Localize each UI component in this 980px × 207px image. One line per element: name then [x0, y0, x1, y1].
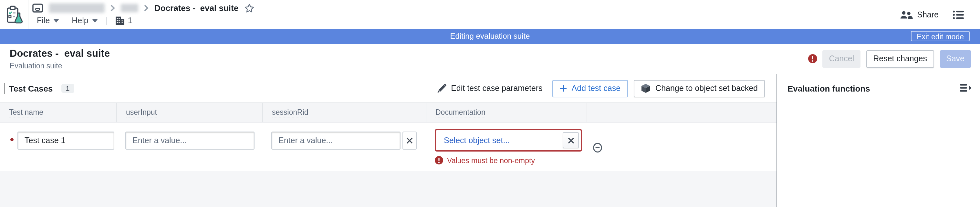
- section-title-group: Test Cases 1: [9, 74, 74, 103]
- chevron-right-icon: [144, 5, 149, 12]
- topbar-right-actions: Share: [900, 0, 964, 29]
- change-to-object-set-backed-label: Change to object set backed: [655, 84, 758, 93]
- edit-mode-banner: Editing evaluation suite Exit edit mode: [0, 29, 980, 44]
- clear-object-set-button[interactable]: [563, 132, 579, 148]
- page-header: Docrates - eval suite Evaluation suite C…: [0, 44, 980, 75]
- menu-bar: File Help: [37, 14, 132, 28]
- breadcrumb-current-title[interactable]: Docrates - eval suite: [154, 3, 239, 13]
- add-test-case-label: Add test case: [572, 84, 621, 93]
- edit-test-case-parameters-label: Edit test case parameters: [451, 84, 542, 93]
- error-icon: [808, 54, 817, 63]
- validation-error: Values must be non-empty: [435, 156, 535, 164]
- chevron-right-icon: [110, 5, 115, 12]
- properties-list-icon[interactable]: [953, 10, 964, 19]
- panel-collapse-button[interactable]: [960, 84, 972, 94]
- building-icon: [115, 16, 125, 25]
- edit-test-case-parameters-button[interactable]: Edit test case parameters: [433, 80, 546, 97]
- plus-icon: [560, 84, 567, 92]
- evaluation-functions-panel: Evaluation functions: [776, 74, 980, 207]
- share-people-icon: [900, 10, 913, 19]
- pencil-icon: [438, 84, 446, 93]
- page-subtitle: Evaluation suite: [10, 62, 62, 70]
- app-logo-plate: [0, 0, 29, 29]
- test-case-count-badge: 1: [61, 84, 74, 93]
- column-header-userinput: userInput: [117, 103, 263, 122]
- column-header-empty: [587, 103, 776, 122]
- section-title: Test Cases: [9, 84, 52, 93]
- select-object-set-link[interactable]: Select object set...: [436, 136, 563, 145]
- cube-icon: [641, 83, 650, 93]
- minus-circle-icon: [592, 142, 603, 153]
- cancel-button[interactable]: Cancel: [822, 50, 861, 67]
- top-bar: Docrates - eval suite File Help: [0, 0, 980, 29]
- page-title: Docrates - eval suite: [10, 48, 110, 59]
- menu-divider: [106, 16, 107, 25]
- file-menu[interactable]: File: [37, 16, 59, 25]
- reset-changes-button[interactable]: Reset changes: [866, 50, 934, 67]
- text-cursor: [5, 83, 5, 94]
- save-button[interactable]: Save: [940, 50, 971, 67]
- project-box-icon: [32, 3, 43, 13]
- userinput-input[interactable]: [125, 131, 255, 150]
- add-test-case-button[interactable]: Add test case: [552, 80, 628, 97]
- remove-test-case-button[interactable]: [592, 142, 603, 153]
- share-button[interactable]: Share: [900, 10, 939, 19]
- unsaved-change-dot: [10, 138, 14, 141]
- table-background: [0, 171, 776, 207]
- validation-error-text: Values must be non-empty: [447, 156, 535, 164]
- test-case-table-header: Test name userInput sessionRid Documenta…: [0, 103, 776, 123]
- test-name-input[interactable]: [18, 131, 115, 150]
- error-icon: [435, 156, 443, 164]
- caret-down-icon: [54, 19, 59, 22]
- column-header-documentation: Documentation: [426, 103, 587, 122]
- x-icon: [568, 137, 574, 144]
- documentation-object-set-field: Select object set...: [435, 129, 582, 152]
- x-icon: [406, 137, 413, 144]
- menu-open-icon: [960, 84, 972, 92]
- header-actions: Cancel Reset changes Save: [808, 44, 971, 74]
- branch-indicator[interactable]: 1: [115, 16, 132, 25]
- clear-sessionrid-button[interactable]: [402, 131, 417, 150]
- share-label: Share: [917, 10, 939, 19]
- evaluation-functions-title: Evaluation functions: [788, 74, 870, 103]
- sessionrid-input[interactable]: [271, 131, 401, 150]
- evaluation-suite-app-icon: [5, 5, 23, 25]
- column-header-test-name: Test name: [0, 103, 117, 122]
- edit-mode-message: Editing evaluation suite: [0, 29, 980, 44]
- caret-down-icon: [92, 19, 97, 22]
- branch-count: 1: [128, 16, 132, 25]
- breadcrumb-item-redacted[interactable]: [49, 3, 105, 13]
- test-case-row: Select object set... Values must be non-…: [0, 123, 776, 172]
- change-to-object-set-backed-button[interactable]: Change to object set backed: [633, 80, 765, 97]
- exit-edit-mode-button[interactable]: Exit edit mode: [911, 31, 970, 41]
- help-menu[interactable]: Help: [72, 16, 97, 25]
- favorite-star-icon[interactable]: [244, 3, 255, 13]
- evaluation-suite-editor: Docrates - eval suite File Help: [0, 0, 980, 207]
- toolbar-actions: Edit test case parameters Add test case …: [433, 74, 765, 103]
- column-header-sessionrid: sessionRid: [263, 103, 426, 122]
- breadcrumb-item-redacted[interactable]: [121, 4, 138, 12]
- test-cases-toolbar: Test Cases 1 Edit test case parameters A…: [0, 74, 776, 103]
